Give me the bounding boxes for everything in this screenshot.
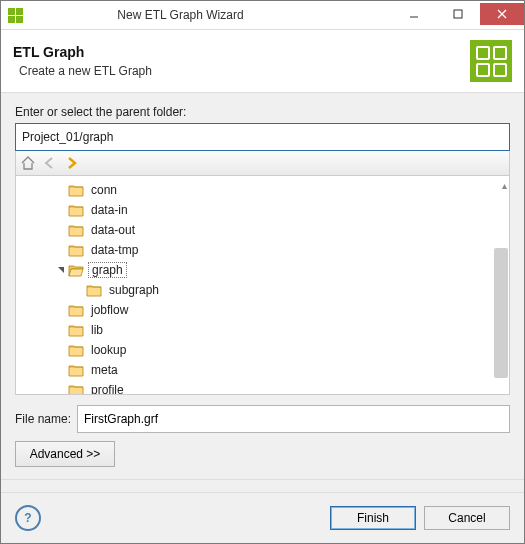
tree-item-label: conn <box>88 183 120 197</box>
folder-icon <box>68 243 84 257</box>
tree-item-lookup[interactable]: lookup <box>18 340 507 360</box>
titlebar: New ETL Graph Wizard <box>1 1 524 30</box>
wizard-body: Enter or select the parent folder: connd… <box>1 93 524 492</box>
parent-folder-input[interactable] <box>15 123 510 151</box>
brand-logo <box>470 40 512 82</box>
scrollbar-thumb[interactable] <box>494 248 508 378</box>
advanced-button[interactable]: Advanced >> <box>15 441 115 467</box>
tree-item-label: data-out <box>88 223 138 237</box>
wizard-header: ETL Graph Create a new ETL Graph <box>1 30 524 93</box>
forward-icon[interactable] <box>64 155 80 171</box>
folder-icon <box>68 363 84 377</box>
tree-item-label: jobflow <box>88 303 131 317</box>
folder-icon <box>68 203 84 217</box>
cancel-button[interactable]: Cancel <box>424 506 510 530</box>
scroll-up-icon[interactable]: ▴ <box>502 180 507 191</box>
tree-item-conn[interactable]: conn <box>18 180 507 200</box>
tree-item-graph[interactable]: graph <box>18 260 507 280</box>
wizard-footer: ? Finish Cancel <box>1 492 524 543</box>
home-icon[interactable] <box>20 155 36 171</box>
divider <box>1 479 524 480</box>
folder-icon <box>68 323 84 337</box>
tree-item-data-out[interactable]: data-out <box>18 220 507 240</box>
maximize-button[interactable] <box>436 3 480 25</box>
folder-icon <box>68 223 84 237</box>
tree-item-lib[interactable]: lib <box>18 320 507 340</box>
folder-icon <box>68 183 84 197</box>
tree-item-label: data-in <box>88 203 131 217</box>
folder-open-icon <box>68 263 84 277</box>
page-title: ETL Graph <box>13 44 470 60</box>
tree-item-subgraph[interactable]: subgraph <box>18 280 507 300</box>
minimize-button[interactable] <box>392 3 436 25</box>
window-title: New ETL Graph Wizard <box>29 8 392 22</box>
folder-icon <box>68 303 84 317</box>
tree-item-jobflow[interactable]: jobflow <box>18 300 507 320</box>
tree-item-label: meta <box>88 363 121 377</box>
filename-label: File name: <box>15 412 71 426</box>
folder-icon <box>86 283 102 297</box>
tree-item-label: graph <box>88 262 127 278</box>
finish-button[interactable]: Finish <box>330 506 416 530</box>
filename-input[interactable] <box>77 405 510 433</box>
tree-toolbar <box>15 151 510 176</box>
parent-folder-label: Enter or select the parent folder: <box>15 105 510 119</box>
page-subtitle: Create a new ETL Graph <box>13 64 470 78</box>
folder-tree[interactable]: conndata-indata-outdata-tmpgraphsubgraph… <box>15 176 510 395</box>
app-icon <box>7 7 23 23</box>
tree-item-profile[interactable]: profile <box>18 380 507 394</box>
close-button[interactable] <box>480 3 524 25</box>
back-icon[interactable] <box>42 155 58 171</box>
svg-rect-1 <box>454 10 462 18</box>
tree-item-meta[interactable]: meta <box>18 360 507 380</box>
tree-item-label: lib <box>88 323 106 337</box>
tree-item-data-in[interactable]: data-in <box>18 200 507 220</box>
tree-item-label: lookup <box>88 343 129 357</box>
folder-icon <box>68 383 84 394</box>
window-controls <box>392 3 524 25</box>
folder-icon <box>68 343 84 357</box>
tree-item-label: subgraph <box>106 283 162 297</box>
tree-item-label: profile <box>88 383 127 394</box>
collapse-icon[interactable] <box>54 266 68 274</box>
help-icon[interactable]: ? <box>15 505 41 531</box>
tree-item-label: data-tmp <box>88 243 141 257</box>
tree-item-data-tmp[interactable]: data-tmp <box>18 240 507 260</box>
wizard-window: New ETL Graph Wizard ETL Graph Create a … <box>0 0 525 544</box>
